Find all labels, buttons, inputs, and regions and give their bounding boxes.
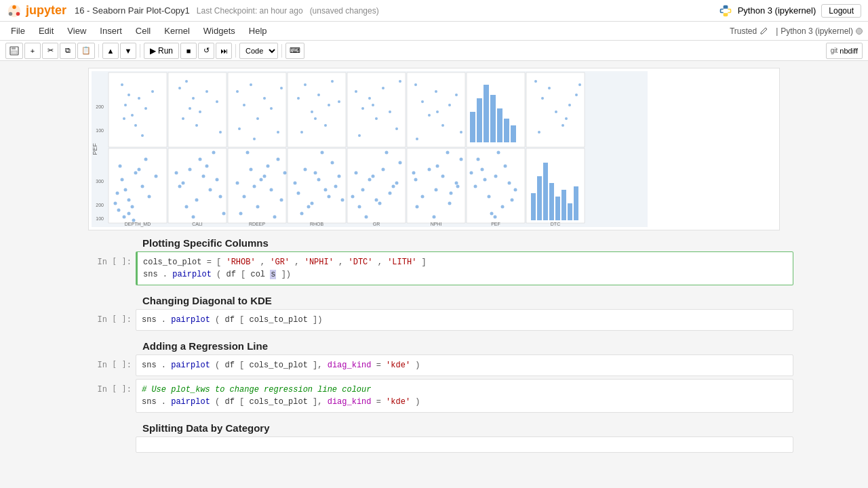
svg-point-14 [138, 97, 140, 100]
svg-text:200: 200 [96, 203, 104, 207]
svg-point-165 [382, 168, 385, 171]
restart-run-button[interactable]: ⏭ [216, 43, 232, 59]
svg-point-54 [355, 90, 357, 93]
svg-point-2 [9, 12, 13, 16]
svg-point-36 [263, 97, 266, 100]
svg-point-84 [534, 80, 537, 83]
move-up-button[interactable]: ▲ [102, 43, 119, 59]
cut-button[interactable]: ✂ [42, 43, 58, 59]
restart-button[interactable]: ↺ [198, 43, 214, 59]
svg-point-30 [219, 131, 222, 134]
code-line-6: sns . pairplot ( df [ cols_to_plot ], di… [142, 396, 787, 408]
svg-point-154 [338, 175, 341, 178]
svg-point-13 [131, 114, 134, 117]
svg-point-166 [389, 192, 392, 195]
menu-kernel[interactable]: Kernel [159, 24, 195, 37]
add-cell-button[interactable]: + [24, 43, 41, 59]
svg-point-110 [127, 212, 131, 216]
svg-rect-211 [543, 163, 548, 220]
svg-point-122 [205, 165, 209, 168]
move-down-button[interactable]: ▼ [120, 43, 136, 59]
menu-view[interactable]: View [62, 24, 92, 37]
svg-rect-9 [108, 73, 167, 147]
heading-text-regression: Adding a Regression Line [142, 340, 726, 352]
jupyter-logo: jupyter [7, 3, 66, 18]
code-line-3: sns . pairplot ( df [ cols_to_plot ]) [142, 314, 787, 326]
svg-point-158 [334, 185, 338, 188]
menu-insert[interactable]: Insert [94, 24, 127, 37]
svg-point-170 [372, 175, 375, 178]
svg-point-114 [189, 168, 192, 171]
svg-point-21 [178, 87, 181, 89]
checkpoint-info: Last Checkpoint: an hour ago (unsaved ch… [197, 6, 379, 16]
kernel-status: Python 3 (ipykernel) [738, 5, 816, 16]
git-button[interactable]: git nbdiff [826, 43, 863, 59]
svg-rect-53 [347, 73, 406, 147]
paste-button[interactable]: 📋 [77, 43, 95, 59]
menu-edit[interactable]: Edit [33, 24, 59, 37]
svg-point-93 [578, 83, 581, 86]
keyboard-shortcut-button[interactable]: ⌨ [285, 43, 304, 59]
toolbar-separator-1 [98, 44, 99, 58]
svg-text:PEF: PEF [491, 222, 500, 226]
svg-text:100: 100 [96, 216, 104, 221]
svg-text:CALI: CALI [192, 222, 203, 226]
svg-rect-214 [561, 190, 566, 220]
code-editor-1[interactable]: cols_to_plot = [ 'RHOB' , 'GR' , 'NPHI' … [136, 251, 793, 285]
svg-point-145 [297, 192, 300, 195]
svg-point-26 [195, 124, 198, 127]
copy-button[interactable]: ⧉ [60, 43, 76, 59]
svg-point-205 [511, 199, 514, 202]
heading-splitting: Splitting Data by Category [61, 418, 807, 435]
code-editor-2[interactable]: sns . pairplot ( df [ cols_to_plot ]) [136, 309, 793, 331]
svg-rect-31 [228, 73, 286, 147]
logout-button[interactable]: Logout [821, 4, 861, 18]
save-button[interactable] [5, 43, 23, 59]
svg-text:NPHI: NPHI [431, 222, 442, 226]
menu-file[interactable]: File [5, 24, 31, 37]
svg-rect-212 [549, 183, 554, 220]
code-editor-5[interactable] [136, 436, 793, 453]
trusted-badge[interactable]: Trusted [730, 26, 768, 36]
svg-point-118 [216, 178, 219, 182]
svg-point-175 [378, 202, 382, 205]
svg-point-49 [300, 131, 303, 134]
svg-point-157 [321, 151, 324, 155]
run-button[interactable]: ▶Run [144, 43, 179, 59]
svg-point-25 [205, 90, 208, 93]
svg-point-183 [455, 182, 458, 185]
svg-point-186 [436, 165, 439, 168]
svg-rect-79 [490, 95, 496, 142]
svg-point-121 [192, 216, 195, 219]
cell-prompt-1: In [ ]: [75, 251, 136, 266]
svg-point-56 [368, 97, 371, 100]
svg-point-46 [317, 94, 320, 96]
code-editor-4[interactable]: # Use plot_kws to change regression line… [136, 379, 793, 413]
menu-help[interactable]: Help [243, 24, 273, 37]
svg-point-133 [263, 175, 267, 178]
svg-point-50 [328, 104, 330, 106]
kernel-status-dot [856, 28, 863, 35]
svg-point-204 [497, 151, 500, 155]
stop-button[interactable]: ■ [180, 43, 197, 59]
svg-point-161 [355, 171, 358, 175]
svg-rect-210 [537, 176, 542, 220]
svg-point-190 [446, 151, 450, 155]
code-line-5: # Use plot_kws to change regression line… [142, 384, 787, 396]
svg-text:300: 300 [96, 179, 104, 184]
svg-rect-83 [526, 73, 585, 147]
code-editor-3[interactable]: sns . pairplot ( df [ cols_to_plot ], di… [136, 354, 793, 376]
svg-point-38 [277, 131, 279, 134]
heading-kde: Changing Diagonal to KDE [61, 291, 807, 308]
svg-point-198 [508, 182, 511, 185]
svg-rect-215 [568, 203, 572, 220]
svg-point-164 [375, 199, 378, 202]
svg-point-177 [414, 178, 418, 182]
svg-point-29 [216, 100, 218, 103]
svg-point-171 [385, 151, 389, 155]
svg-point-72 [460, 131, 462, 134]
menu-cell[interactable]: Cell [130, 24, 156, 37]
menu-widgets[interactable]: Widgets [198, 24, 241, 37]
svg-point-124 [175, 171, 178, 175]
cell-type-select[interactable]: Code [239, 43, 278, 59]
